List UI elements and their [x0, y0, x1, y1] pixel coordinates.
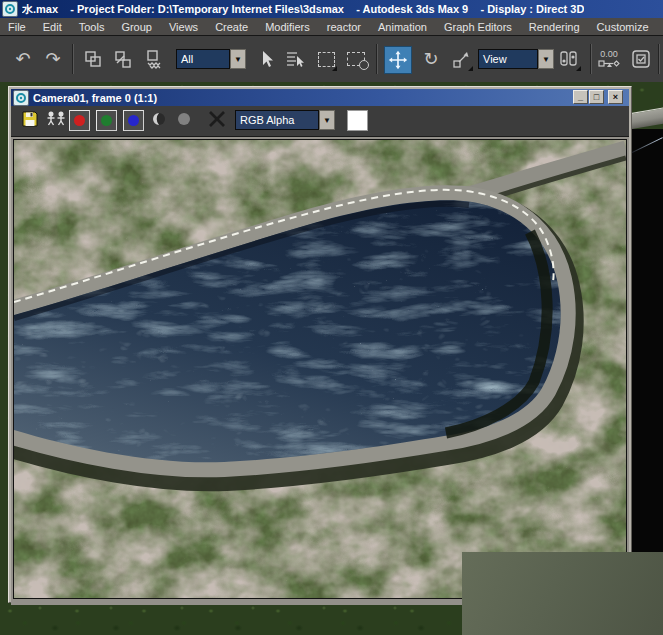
3dsmax-application: 水.max - Project Folder: D:\Temporary Int… — [0, 0, 663, 635]
select-arrow-icon — [258, 50, 274, 68]
main-toolbar: ↶ ↷ All ▼ ↻ — [0, 37, 663, 83]
display-alpha-channel-button[interactable] — [150, 110, 168, 128]
rendered-image — [13, 139, 627, 599]
monochrome-button[interactable] — [175, 110, 193, 128]
menu-customize[interactable]: Customize — [597, 21, 649, 33]
use-pivot-point-center-button[interactable] — [556, 46, 582, 72]
green-channel-icon — [101, 115, 112, 126]
menu-create[interactable]: Create — [215, 21, 248, 33]
alpha-channel-icon — [150, 110, 168, 128]
close-button[interactable]: × — [608, 90, 623, 104]
overlay-panel — [462, 552, 663, 635]
unlink-selection-button[interactable] — [110, 46, 136, 72]
blue-channel-icon — [128, 115, 139, 126]
rectangular-selection-region-button[interactable] — [314, 46, 338, 72]
reference-coordinate-system-dropdown[interactable]: View ▼ — [478, 49, 554, 69]
window-title: 水.max - Project Folder: D:\Temporary Int… — [22, 2, 584, 17]
spinner-snap-icon: 0.00 — [598, 49, 620, 69]
select-and-rotate-button[interactable]: ↻ — [418, 46, 444, 72]
manipulate-icon — [631, 49, 651, 69]
enable-blue-channel-button[interactable] — [123, 110, 144, 131]
menu-rendering[interactable]: Rendering — [529, 21, 580, 33]
selection-filter-value: All — [176, 49, 230, 69]
rendered-frame-window: Camera01, frame 0 (1:1) _ □ × — [8, 86, 632, 603]
rotate-icon: ↻ — [423, 50, 438, 68]
select-by-name-button[interactable] — [282, 46, 308, 72]
channel-display-dropdown[interactable]: RGB Alpha ▼ — [235, 110, 335, 130]
rfw-toolbar: RGB Alpha ▼ — [11, 106, 629, 137]
select-and-move-button[interactable] — [384, 46, 412, 74]
select-and-manipulate-button[interactable] — [628, 46, 654, 72]
enable-green-channel-button[interactable] — [96, 110, 117, 131]
rfw-titlebar[interactable]: Camera01, frame 0 (1:1) _ □ × — [11, 89, 629, 106]
undo-icon: ↶ — [15, 50, 30, 68]
scale-icon — [452, 50, 470, 68]
window-crossing-toggle-button[interactable] — [342, 46, 370, 72]
viewport-strip-left[interactable] — [0, 82, 8, 635]
spinner-snap-toggle-button[interactable]: 0.00 — [596, 46, 622, 72]
undo-button[interactable]: ↶ — [10, 46, 36, 72]
coord-system-value: View — [478, 49, 538, 69]
redo-icon: ↷ — [45, 50, 60, 68]
move-icon — [388, 50, 408, 70]
pivot-center-icon — [559, 49, 579, 69]
window-crossing-icon — [347, 52, 365, 66]
space-warp-icon — [145, 49, 165, 69]
select-and-link-button[interactable] — [80, 46, 106, 72]
clone-rendered-frame-button[interactable] — [45, 110, 67, 128]
menu-views[interactable]: Views — [169, 21, 198, 33]
red-channel-icon — [74, 115, 85, 126]
save-bitmap-button[interactable] — [21, 110, 39, 128]
toolbar-separator — [72, 44, 74, 74]
background-color-swatch[interactable] — [347, 110, 368, 131]
window-titlebar[interactable]: 水.max - Project Folder: D:\Temporary Int… — [0, 0, 663, 18]
redo-button[interactable]: ↷ — [40, 46, 66, 72]
menu-reactor[interactable]: reactor — [327, 21, 361, 33]
menu-edit[interactable]: Edit — [43, 21, 62, 33]
rfw-view-area — [11, 137, 629, 605]
clear-x-icon — [208, 110, 226, 128]
3dsmax-app-icon — [2, 1, 18, 17]
clear-button[interactable] — [208, 110, 226, 128]
select-and-scale-button[interactable] — [448, 46, 474, 72]
rfw-title: Camera01, frame 0 (1:1) — [33, 92, 157, 104]
rfw-window-icon — [13, 90, 29, 106]
monochrome-icon — [175, 110, 193, 128]
spinner-snap-value: 0.00 — [600, 49, 618, 59]
menu-tools[interactable]: Tools — [79, 21, 105, 33]
dropdown-arrow-icon[interactable]: ▼ — [538, 49, 554, 69]
minimize-button[interactable]: _ — [573, 90, 588, 104]
select-object-button[interactable] — [254, 46, 278, 72]
viewport-curb-edge — [632, 106, 663, 130]
toolbar-separator — [658, 44, 660, 74]
maximize-button[interactable]: □ — [589, 90, 604, 104]
toolbar-separator — [376, 44, 378, 74]
bind-to-space-warp-button[interactable] — [142, 46, 168, 72]
save-icon — [21, 110, 39, 128]
viewport-water-area — [632, 129, 663, 553]
unlink-icon — [114, 50, 132, 68]
selection-region-icon — [318, 52, 335, 67]
selection-filter-dropdown[interactable]: All ▼ — [176, 49, 246, 69]
clone-figures-icon — [45, 110, 67, 128]
channel-display-value: RGB Alpha — [235, 110, 319, 130]
dropdown-arrow-icon[interactable]: ▼ — [230, 49, 246, 69]
enable-red-channel-button[interactable] — [69, 110, 90, 131]
menu-file[interactable]: File — [8, 21, 26, 33]
menu-animation[interactable]: Animation — [378, 21, 427, 33]
menu-modifiers[interactable]: Modifiers — [265, 21, 310, 33]
toolbar-separator — [590, 44, 592, 74]
dropdown-arrow-icon[interactable]: ▼ — [319, 110, 335, 130]
menu-graph-editors[interactable]: Graph Editors — [444, 21, 512, 33]
link-icon — [84, 50, 102, 68]
select-by-name-icon — [285, 50, 305, 68]
menu-bar: File Edit Tools Group Views Create Modif… — [0, 18, 663, 36]
menu-group[interactable]: Group — [121, 21, 152, 33]
